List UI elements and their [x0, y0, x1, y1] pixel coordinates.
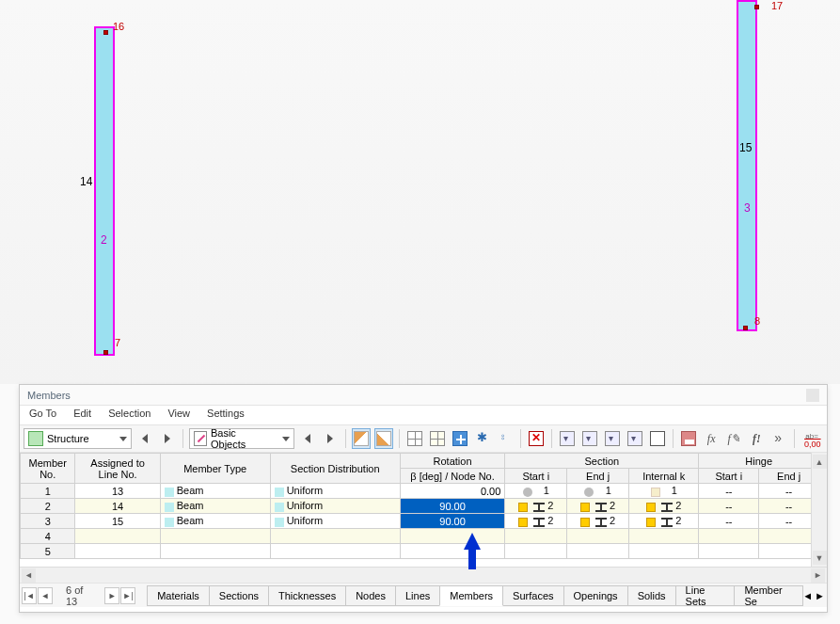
table-cell[interactable]: [160, 544, 270, 559]
tab-line-sets[interactable]: Line Sets: [675, 585, 736, 606]
table-cell[interactable]: 2: [567, 514, 629, 529]
table-cell[interactable]: [699, 529, 759, 544]
table-cell[interactable]: [629, 529, 699, 544]
table-cell[interactable]: 90.00: [400, 514, 505, 529]
basic-objects-combo[interactable]: Basic Objects: [189, 428, 294, 449]
table-cell[interactable]: [629, 544, 699, 559]
menu-goto[interactable]: Go To: [29, 408, 56, 423]
col-rotation[interactable]: β [deg] / Node No.: [400, 469, 505, 484]
fx-c-button[interactable]: f!: [747, 428, 766, 449]
table-row[interactable]: 4: [21, 529, 819, 544]
table-cell[interactable]: [505, 529, 567, 544]
vertical-scrollbar[interactable]: ▲ ▼: [811, 453, 827, 567]
table-row[interactable]: 315BeamUniform90.00222----: [21, 514, 819, 529]
table-cell[interactable]: 2: [505, 514, 567, 529]
scroll-right-icon[interactable]: ►: [811, 568, 825, 583]
tab-member-se[interactable]: Member Se: [734, 585, 803, 606]
table-cell[interactable]: 1: [567, 484, 629, 499]
table-cell[interactable]: 1: [505, 484, 567, 499]
table-cell[interactable]: [505, 544, 567, 559]
table-cell[interactable]: --: [759, 499, 819, 514]
col-hinge-end-j[interactable]: End j: [759, 469, 819, 484]
grid-a-button[interactable]: [405, 428, 424, 449]
grid-b-button[interactable]: [428, 428, 447, 449]
table-cell[interactable]: 1: [21, 484, 75, 499]
table-cell[interactable]: [270, 529, 400, 544]
table-cell[interactable]: 3: [21, 514, 75, 529]
menu-edit[interactable]: Edit: [73, 408, 91, 423]
col-internal-k[interactable]: Internal k: [629, 469, 699, 484]
horizontal-scrollbar[interactable]: ◄ ►: [20, 567, 827, 583]
col-hinge-group[interactable]: Hinge: [699, 454, 819, 469]
scroll-left-icon[interactable]: ◄: [22, 568, 36, 583]
col-member-no[interactable]: MemberNo.: [21, 454, 75, 484]
overflow-button[interactable]: [769, 428, 788, 449]
menu-view[interactable]: View: [167, 408, 190, 423]
basic-prev-button[interactable]: [298, 428, 317, 449]
node-17[interactable]: [754, 5, 759, 9]
table-cell[interactable]: 2: [21, 499, 75, 514]
units-button[interactable]: ab= 0,00: [800, 428, 823, 449]
table-cell[interactable]: 4: [21, 529, 75, 544]
nav-prev-button[interactable]: ◄: [38, 587, 53, 604]
table-cell[interactable]: Uniform: [270, 514, 400, 529]
table-cell[interactable]: [759, 529, 819, 544]
table-cell[interactable]: Uniform: [270, 499, 400, 514]
fx-b-button[interactable]: f✎: [724, 428, 743, 449]
tabs-scroll-right-button[interactable]: ►: [815, 590, 825, 601]
add-blue-button[interactable]: [451, 428, 469, 449]
table-cell[interactable]: Uniform: [270, 484, 400, 499]
tab-members[interactable]: Members: [439, 585, 503, 606]
dots-blue-button[interactable]: [496, 428, 515, 449]
select-mode-b-button[interactable]: [374, 428, 393, 449]
col-section-group[interactable]: Section: [505, 454, 699, 469]
table-cell[interactable]: 1: [629, 484, 699, 499]
menu-settings[interactable]: Settings: [207, 408, 245, 423]
nav-next-button[interactable]: ►: [104, 587, 119, 604]
tab-sections[interactable]: Sections: [209, 585, 269, 606]
col-start-i[interactable]: Start i: [505, 469, 567, 484]
table-cell[interactable]: [567, 544, 629, 559]
members-table[interactable]: MemberNo. Assigned toLine No. Member Typ…: [20, 453, 819, 559]
table-cell[interactable]: 14: [75, 499, 160, 514]
table-cell[interactable]: 0.00: [400, 484, 505, 499]
table-cell[interactable]: --: [759, 484, 819, 499]
filter-d-button[interactable]: [626, 428, 644, 449]
nav-first-button[interactable]: |◄: [22, 587, 37, 604]
window-button[interactable]: [648, 428, 667, 449]
filter-c-button[interactable]: [603, 428, 622, 449]
col-end-j[interactable]: End j: [567, 469, 629, 484]
table-cell[interactable]: --: [759, 514, 819, 529]
member-14-column[interactable]: [94, 26, 115, 356]
structure-combo[interactable]: Structure: [24, 428, 132, 449]
table-cell[interactable]: 2: [629, 499, 699, 514]
scroll-down-icon[interactable]: ▼: [813, 551, 827, 565]
node-7[interactable]: [103, 350, 108, 355]
tab-lines[interactable]: Lines: [395, 585, 440, 606]
table-cell[interactable]: [75, 529, 160, 544]
col-rotation-group[interactable]: Rotation: [400, 454, 505, 469]
tab-solids[interactable]: Solids: [627, 585, 676, 606]
table-cell[interactable]: [160, 529, 270, 544]
model-canvas[interactable]: 16 14 2 7 17 15 3 8: [0, 0, 840, 384]
table-cell[interactable]: [75, 544, 160, 559]
table-cell[interactable]: --: [699, 499, 759, 514]
tab-nodes[interactable]: Nodes: [345, 585, 396, 606]
table-row[interactable]: 113BeamUniform0.00 1 1 1----: [21, 484, 819, 499]
table-cell[interactable]: [699, 544, 759, 559]
node-8[interactable]: [743, 326, 748, 330]
col-assigned[interactable]: Assigned toLine No.: [75, 454, 160, 484]
structure-next-button[interactable]: [158, 428, 177, 449]
tabs-scroll-left-button[interactable]: ◄: [802, 590, 813, 601]
window-titlebar[interactable]: Members: [20, 385, 827, 406]
select-mode-a-button[interactable]: [352, 428, 371, 449]
tab-surfaces[interactable]: Surfaces: [502, 585, 563, 606]
nav-last-button[interactable]: ►|: [120, 587, 135, 604]
basic-next-button[interactable]: [321, 428, 340, 449]
table-cell[interactable]: [400, 544, 505, 559]
table-row[interactable]: 5: [21, 544, 819, 559]
tab-openings[interactable]: Openings: [563, 585, 628, 606]
table-cell[interactable]: 5: [21, 544, 75, 559]
fx-a-button[interactable]: fx: [702, 428, 721, 449]
table-cell[interactable]: 90.00: [400, 499, 505, 514]
